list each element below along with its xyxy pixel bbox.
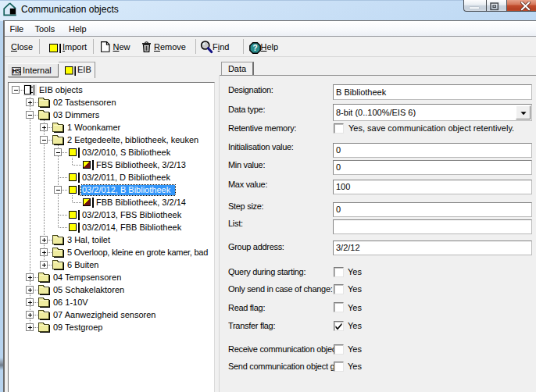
svg-text:3 Hal, toilet: 3 Hal, toilet: [67, 235, 110, 244]
svg-text:EIB objects: EIB objects: [39, 85, 83, 94]
svg-text:FBS Bibliotheek, 3/2/13: FBS Bibliotheek, 3/2/13: [96, 160, 186, 169]
svg-text:5 Overloop, kleine en grote ka: 5 Overloop, kleine en grote kamer, bad: [67, 248, 208, 257]
svg-text:03/2/010, S Bibliotheek: 03/2/010, S Bibliotheek: [82, 148, 171, 157]
svg-text:?: ?: [252, 44, 257, 52]
svg-text:1 Woonkamer: 1 Woonkamer: [67, 123, 121, 132]
svg-text:03 Dimmers: 03 Dimmers: [53, 110, 100, 119]
svg-text:HS: HS: [13, 68, 21, 75]
svg-text:07 Aanwezigheid sensoren: 07 Aanwezigheid sensoren: [53, 310, 155, 319]
svg-text:03/2/014, FBB Bibliotheek: 03/2/014, FBB Bibliotheek: [82, 223, 182, 232]
svg-text:03/2/013, FBS Bibliotheek: 03/2/013, FBS Bibliotheek: [82, 210, 182, 219]
svg-text:05 Schakelaktoren: 05 Schakelaktoren: [53, 285, 124, 294]
svg-text:FBB Bibliotheek, 3/2/14: FBB Bibliotheek, 3/2/14: [96, 198, 186, 207]
svg-text:2 Eetgedeelte, bibliotheek, ke: 2 Eetgedeelte, bibliotheek, keuken: [67, 135, 198, 144]
svg-text:6 Buiten: 6 Buiten: [67, 260, 98, 269]
svg-text:03/2/012, B Bibliotheek: 03/2/012, B Bibliotheek: [82, 185, 171, 194]
svg-text:04 Tempsensoren: 04 Tempsensoren: [53, 273, 121, 282]
svg-text:03/2/011, D Bibliotheek: 03/2/011, D Bibliotheek: [82, 173, 170, 182]
svg-text:06 1-10V: 06 1-10V: [53, 298, 88, 307]
svg-text:02 Tastsensoren: 02 Tastsensoren: [53, 98, 116, 107]
svg-text:09 Testgroep: 09 Testgroep: [53, 323, 102, 332]
